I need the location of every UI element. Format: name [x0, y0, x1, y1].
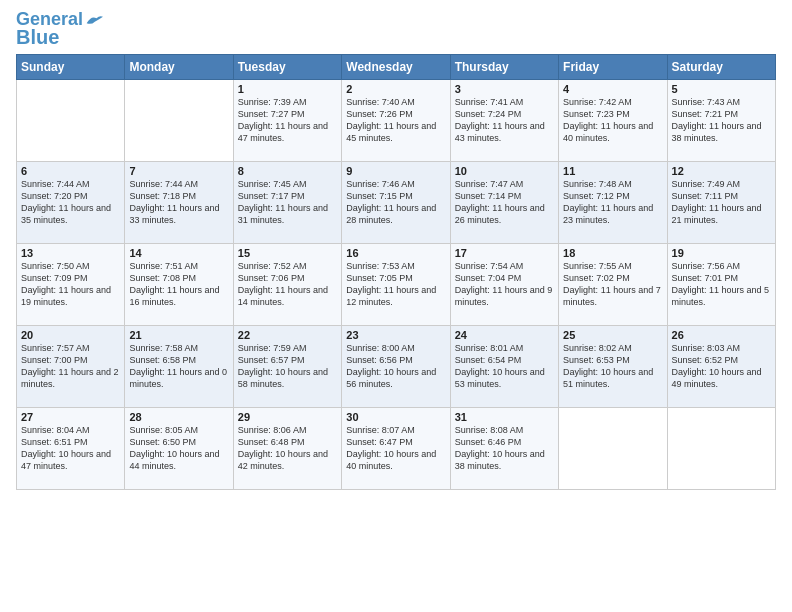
day-number: 8: [238, 165, 337, 177]
day-number: 31: [455, 411, 554, 423]
cell-detail: Sunrise: 8:01 AMSunset: 6:54 PMDaylight:…: [455, 342, 554, 391]
calendar-cell: 6Sunrise: 7:44 AMSunset: 7:20 PMDaylight…: [17, 161, 125, 243]
cell-detail: Sunrise: 7:55 AMSunset: 7:02 PMDaylight:…: [563, 260, 662, 309]
day-number: 21: [129, 329, 228, 341]
calendar-cell: 26Sunrise: 8:03 AMSunset: 6:52 PMDayligh…: [667, 325, 775, 407]
day-number: 5: [672, 83, 771, 95]
col-header-wednesday: Wednesday: [342, 54, 450, 79]
calendar-cell: 7Sunrise: 7:44 AMSunset: 7:18 PMDaylight…: [125, 161, 233, 243]
day-number: 20: [21, 329, 120, 341]
calendar-cell: 25Sunrise: 8:02 AMSunset: 6:53 PMDayligh…: [559, 325, 667, 407]
cell-detail: Sunrise: 7:57 AMSunset: 7:00 PMDaylight:…: [21, 342, 120, 391]
cell-detail: Sunrise: 7:39 AMSunset: 7:27 PMDaylight:…: [238, 96, 337, 145]
day-number: 11: [563, 165, 662, 177]
calendar-cell: 14Sunrise: 7:51 AMSunset: 7:08 PMDayligh…: [125, 243, 233, 325]
cell-detail: Sunrise: 7:59 AMSunset: 6:57 PMDaylight:…: [238, 342, 337, 391]
cell-detail: Sunrise: 7:56 AMSunset: 7:01 PMDaylight:…: [672, 260, 771, 309]
cell-detail: Sunrise: 8:04 AMSunset: 6:51 PMDaylight:…: [21, 424, 120, 473]
calendar-cell: 8Sunrise: 7:45 AMSunset: 7:17 PMDaylight…: [233, 161, 341, 243]
day-number: 2: [346, 83, 445, 95]
day-number: 7: [129, 165, 228, 177]
day-number: 14: [129, 247, 228, 259]
calendar-cell: 2Sunrise: 7:40 AMSunset: 7:26 PMDaylight…: [342, 79, 450, 161]
calendar-cell: 30Sunrise: 8:07 AMSunset: 6:47 PMDayligh…: [342, 407, 450, 489]
cell-detail: Sunrise: 7:58 AMSunset: 6:58 PMDaylight:…: [129, 342, 228, 391]
day-number: 22: [238, 329, 337, 341]
day-number: 30: [346, 411, 445, 423]
calendar-cell: 10Sunrise: 7:47 AMSunset: 7:14 PMDayligh…: [450, 161, 558, 243]
col-header-saturday: Saturday: [667, 54, 775, 79]
day-number: 9: [346, 165, 445, 177]
cell-detail: Sunrise: 7:44 AMSunset: 7:20 PMDaylight:…: [21, 178, 120, 227]
calendar-cell: 15Sunrise: 7:52 AMSunset: 7:06 PMDayligh…: [233, 243, 341, 325]
calendar-header-row: SundayMondayTuesdayWednesdayThursdayFrid…: [17, 54, 776, 79]
day-number: 17: [455, 247, 554, 259]
day-number: 1: [238, 83, 337, 95]
day-number: 19: [672, 247, 771, 259]
cell-detail: Sunrise: 7:49 AMSunset: 7:11 PMDaylight:…: [672, 178, 771, 227]
day-number: 4: [563, 83, 662, 95]
day-number: 12: [672, 165, 771, 177]
cell-detail: Sunrise: 8:03 AMSunset: 6:52 PMDaylight:…: [672, 342, 771, 391]
calendar-week-row: 6Sunrise: 7:44 AMSunset: 7:20 PMDaylight…: [17, 161, 776, 243]
calendar-cell: 19Sunrise: 7:56 AMSunset: 7:01 PMDayligh…: [667, 243, 775, 325]
day-number: 23: [346, 329, 445, 341]
cell-detail: Sunrise: 7:48 AMSunset: 7:12 PMDaylight:…: [563, 178, 662, 227]
cell-detail: Sunrise: 7:47 AMSunset: 7:14 PMDaylight:…: [455, 178, 554, 227]
day-number: 10: [455, 165, 554, 177]
col-header-thursday: Thursday: [450, 54, 558, 79]
calendar-cell: 11Sunrise: 7:48 AMSunset: 7:12 PMDayligh…: [559, 161, 667, 243]
calendar-week-row: 1Sunrise: 7:39 AMSunset: 7:27 PMDaylight…: [17, 79, 776, 161]
cell-detail: Sunrise: 7:46 AMSunset: 7:15 PMDaylight:…: [346, 178, 445, 227]
calendar-cell: [17, 79, 125, 161]
day-number: 3: [455, 83, 554, 95]
calendar-week-row: 27Sunrise: 8:04 AMSunset: 6:51 PMDayligh…: [17, 407, 776, 489]
col-header-sunday: Sunday: [17, 54, 125, 79]
calendar-cell: 16Sunrise: 7:53 AMSunset: 7:05 PMDayligh…: [342, 243, 450, 325]
day-number: 26: [672, 329, 771, 341]
col-header-friday: Friday: [559, 54, 667, 79]
calendar-cell: 20Sunrise: 7:57 AMSunset: 7:00 PMDayligh…: [17, 325, 125, 407]
cell-detail: Sunrise: 8:02 AMSunset: 6:53 PMDaylight:…: [563, 342, 662, 391]
cell-detail: Sunrise: 8:00 AMSunset: 6:56 PMDaylight:…: [346, 342, 445, 391]
calendar-cell: [559, 407, 667, 489]
cell-detail: Sunrise: 7:40 AMSunset: 7:26 PMDaylight:…: [346, 96, 445, 145]
calendar-cell: 24Sunrise: 8:01 AMSunset: 6:54 PMDayligh…: [450, 325, 558, 407]
day-number: 15: [238, 247, 337, 259]
calendar-cell: 9Sunrise: 7:46 AMSunset: 7:15 PMDaylight…: [342, 161, 450, 243]
calendar-cell: 18Sunrise: 7:55 AMSunset: 7:02 PMDayligh…: [559, 243, 667, 325]
calendar-week-row: 20Sunrise: 7:57 AMSunset: 7:00 PMDayligh…: [17, 325, 776, 407]
day-number: 13: [21, 247, 120, 259]
cell-detail: Sunrise: 7:43 AMSunset: 7:21 PMDaylight:…: [672, 96, 771, 145]
cell-detail: Sunrise: 7:42 AMSunset: 7:23 PMDaylight:…: [563, 96, 662, 145]
calendar-cell: 27Sunrise: 8:04 AMSunset: 6:51 PMDayligh…: [17, 407, 125, 489]
cell-detail: Sunrise: 8:08 AMSunset: 6:46 PMDaylight:…: [455, 424, 554, 473]
day-number: 27: [21, 411, 120, 423]
cell-detail: Sunrise: 7:45 AMSunset: 7:17 PMDaylight:…: [238, 178, 337, 227]
calendar-cell: 17Sunrise: 7:54 AMSunset: 7:04 PMDayligh…: [450, 243, 558, 325]
header: General Blue: [16, 10, 776, 48]
day-number: 16: [346, 247, 445, 259]
col-header-monday: Monday: [125, 54, 233, 79]
day-number: 6: [21, 165, 120, 177]
calendar-cell: 28Sunrise: 8:05 AMSunset: 6:50 PMDayligh…: [125, 407, 233, 489]
day-number: 18: [563, 247, 662, 259]
page: General Blue SundayMondayTuesdayWednesda…: [0, 0, 792, 500]
calendar-table: SundayMondayTuesdayWednesdayThursdayFrid…: [16, 54, 776, 490]
day-number: 29: [238, 411, 337, 423]
calendar-cell: 5Sunrise: 7:43 AMSunset: 7:21 PMDaylight…: [667, 79, 775, 161]
cell-detail: Sunrise: 8:05 AMSunset: 6:50 PMDaylight:…: [129, 424, 228, 473]
cell-detail: Sunrise: 8:07 AMSunset: 6:47 PMDaylight:…: [346, 424, 445, 473]
cell-detail: Sunrise: 7:50 AMSunset: 7:09 PMDaylight:…: [21, 260, 120, 309]
calendar-week-row: 13Sunrise: 7:50 AMSunset: 7:09 PMDayligh…: [17, 243, 776, 325]
col-header-tuesday: Tuesday: [233, 54, 341, 79]
day-number: 24: [455, 329, 554, 341]
cell-detail: Sunrise: 7:53 AMSunset: 7:05 PMDaylight:…: [346, 260, 445, 309]
calendar-cell: 22Sunrise: 7:59 AMSunset: 6:57 PMDayligh…: [233, 325, 341, 407]
calendar-cell: 13Sunrise: 7:50 AMSunset: 7:09 PMDayligh…: [17, 243, 125, 325]
calendar-cell: 21Sunrise: 7:58 AMSunset: 6:58 PMDayligh…: [125, 325, 233, 407]
day-number: 25: [563, 329, 662, 341]
cell-detail: Sunrise: 7:54 AMSunset: 7:04 PMDaylight:…: [455, 260, 554, 309]
calendar-cell: 3Sunrise: 7:41 AMSunset: 7:24 PMDaylight…: [450, 79, 558, 161]
calendar-cell: 4Sunrise: 7:42 AMSunset: 7:23 PMDaylight…: [559, 79, 667, 161]
